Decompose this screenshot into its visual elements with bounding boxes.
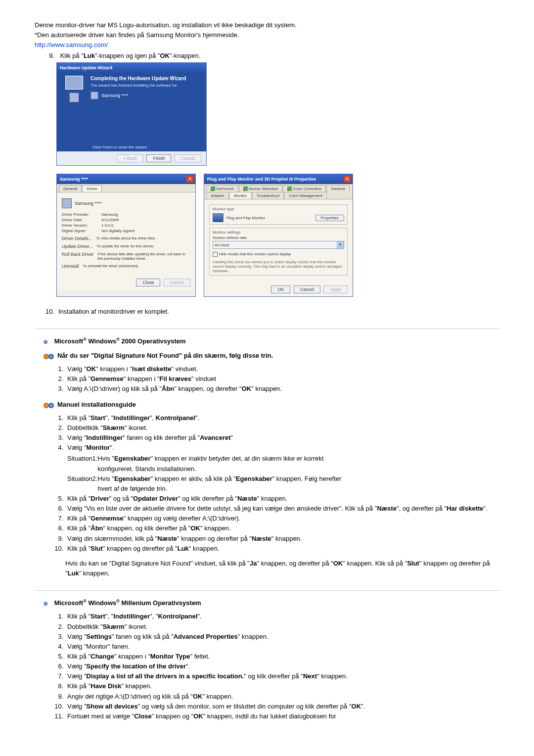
intro-block: Denne monitor-driver har MS Logo-autoris… — [35, 21, 499, 50]
intro-line1: Denne monitor-driver har MS Logo-autoris… — [35, 21, 499, 30]
cancel-button-3[interactable]: Cancel — [294, 285, 320, 293]
device-icon — [90, 92, 98, 99]
monitor-icon — [213, 213, 223, 222]
monitor-icon — [62, 198, 72, 208]
driver-properties-dialog: Samsung **** ✕ General Driver Samsung **… — [56, 174, 196, 297]
display-props-title: Plug and Play Monitor and 3D Prophet III… — [204, 174, 353, 184]
win2000-note: Hvis du kan se "Digital Signature Not Fo… — [35, 559, 499, 578]
wizard-sub: The wizard has finished installing the s… — [90, 83, 203, 88]
hide-modes-checkbox[interactable] — [213, 252, 218, 257]
win2000-sub2: Manuel installationsguide — [44, 401, 499, 409]
cancel-button-2[interactable]: Cancel — [164, 279, 190, 286]
tab-adapter[interactable]: Adapter — [206, 192, 229, 199]
tab-driver[interactable]: Driver — [82, 185, 101, 192]
gear-icon — [44, 352, 54, 360]
step-9: 9. Klik på "Luk"-knappen og igen på "OK"… — [35, 51, 499, 61]
winme-steps: Klik på "Start", "Indstillinger", "Kontr… — [35, 612, 499, 721]
step-10: 10.Installation af monitordriver er komp… — [35, 307, 499, 317]
cancel-button[interactable]: Cancel — [175, 154, 201, 162]
nvidia-icon — [211, 187, 215, 191]
wizard-title: Hardware Update Wizard — [57, 63, 206, 73]
close-button[interactable]: Close — [136, 279, 160, 286]
intro-line2: *Den autoriserede driver kan findes på S… — [35, 31, 499, 40]
win2000-steps-b: Klik på "Start", "Indstillinger", Kontro… — [35, 413, 499, 554]
tab-monitor[interactable]: Monitor — [229, 192, 252, 199]
win2000-steps-a: Vælg "OK" knappen i "Isæt diskette" vind… — [35, 364, 499, 394]
update-driver-button[interactable]: Update Driver... — [62, 244, 93, 249]
monitor-icon — [69, 93, 79, 102]
winme-heading: Microsoft® Windows® Millenium Operativsy… — [44, 599, 499, 607]
apply-button[interactable]: Apply — [323, 285, 348, 293]
samsung-link[interactable]: http://www.samsung.com/ — [35, 41, 108, 48]
nvidia-icon — [243, 187, 248, 191]
tab-troubleshoot[interactable]: Troubleshoot — [252, 192, 284, 199]
ok-button[interactable]: OK — [271, 285, 290, 293]
uninstall-button[interactable]: Uninstall — [62, 264, 79, 269]
wizard-heading: Completing the Hardware Update Wizard — [90, 76, 203, 81]
driver-props-title: Samsung **** — [57, 174, 195, 184]
tab-color-correction[interactable]: Color Correction — [283, 185, 326, 192]
close-icon[interactable]: ✕ — [343, 176, 351, 183]
refresh-rate-select[interactable]: 60 Hertz ▾ — [213, 241, 344, 249]
nvidia-icon — [287, 187, 292, 191]
win2000-heading: Microsoft® Windows® 2000 Operativsystem — [44, 337, 499, 345]
tab-general2[interactable]: General — [326, 185, 349, 192]
tab-geforce[interactable]: GeForce3 — [206, 185, 238, 192]
finish-button[interactable]: Finish — [146, 154, 171, 162]
back-button[interactable]: < Back — [117, 154, 143, 162]
wizard-note: Click Finish to close the wizard. — [57, 143, 206, 151]
tab-color-mgmt[interactable]: Color Management — [284, 192, 327, 199]
gear-icon — [44, 401, 54, 409]
chevron-down-icon: ▾ — [337, 241, 344, 248]
rollback-driver-button[interactable]: Roll Back Driver — [62, 252, 94, 257]
wizard-screenshot: Hardware Update Wizard Completing the Ha… — [56, 62, 207, 166]
device-name: Samsung **** — [101, 93, 129, 98]
driver-device-name: Samsung **** — [75, 201, 102, 206]
win2000-sub1: Når du ser "Digital Signature Not Found"… — [44, 352, 499, 360]
driver-details-button[interactable]: Driver Details... — [62, 236, 92, 241]
close-icon[interactable]: ✕ — [186, 176, 194, 183]
bullet-icon — [44, 602, 47, 606]
properties-button[interactable]: Properties — [315, 215, 344, 221]
tab-device-selection[interactable]: Device Selection — [239, 185, 283, 192]
display-properties-dialog: Plug and Play Monitor and 3D Prophet III… — [204, 174, 353, 297]
tab-general[interactable]: General — [59, 185, 82, 192]
bullet-icon — [44, 340, 47, 344]
wizard-thumbnail-icon — [65, 76, 83, 90]
